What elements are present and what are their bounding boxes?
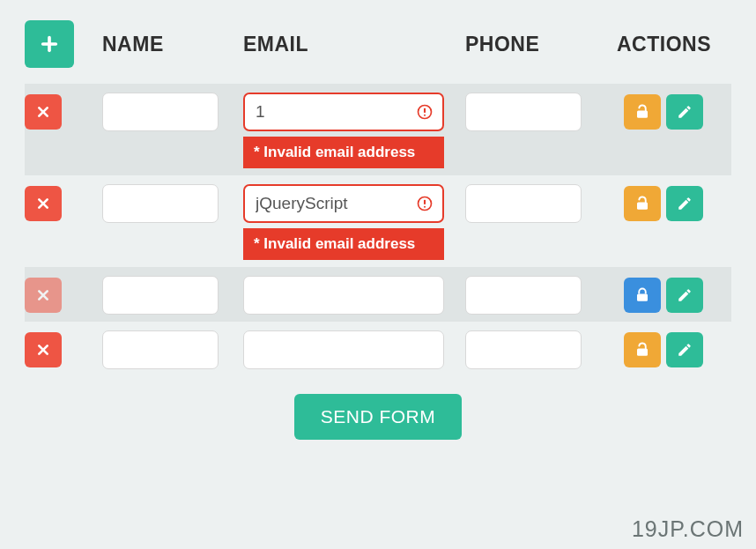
header-email: EMAIL (243, 33, 465, 56)
table-row (25, 267, 731, 322)
close-icon (36, 288, 50, 302)
name-input[interactable] (102, 93, 219, 131)
close-icon (36, 343, 50, 357)
watermark: 19JP.COM (632, 516, 744, 542)
table-row: * Invalid email address (25, 84, 731, 175)
unlock-icon (634, 196, 650, 211)
edit-icon (677, 196, 693, 211)
email-input[interactable] (243, 276, 444, 315)
phone-input[interactable] (465, 276, 582, 315)
close-icon (36, 197, 50, 211)
phone-input[interactable] (465, 330, 582, 369)
edit-row-button[interactable] (666, 186, 703, 221)
table-row: * Invalid email address (25, 175, 731, 267)
header-row: NAME EMAIL PHONE ACTIONS (25, 18, 731, 70)
error-message: * Invalid email address (243, 228, 444, 260)
edit-row-button[interactable] (666, 332, 703, 367)
error-message: * Invalid email address (243, 137, 444, 168)
name-input[interactable] (102, 330, 219, 369)
edit-row-button[interactable] (666, 278, 703, 313)
table-row (25, 322, 731, 376)
email-input[interactable] (243, 330, 444, 369)
unlock-icon (634, 342, 650, 358)
unlock-icon (634, 104, 650, 120)
unlock-button[interactable] (624, 186, 661, 221)
phone-input[interactable] (465, 184, 582, 223)
submit-row: SEND FORM (25, 394, 731, 440)
svg-rect-16 (637, 294, 648, 301)
lock-icon (634, 287, 650, 303)
edit-icon (677, 287, 693, 303)
delete-row-button[interactable] (25, 332, 62, 367)
add-row-button[interactable] (25, 20, 74, 68)
edit-row-button[interactable] (666, 94, 703, 130)
email-input[interactable] (243, 93, 444, 131)
name-input[interactable] (102, 184, 219, 223)
edit-icon (677, 342, 693, 358)
close-icon (36, 105, 50, 119)
send-form-button[interactable]: SEND FORM (294, 394, 463, 440)
svg-rect-19 (637, 349, 648, 356)
name-input[interactable] (102, 276, 219, 315)
plus-icon (40, 34, 59, 54)
delete-row-button[interactable] (25, 186, 62, 221)
lock-button[interactable] (624, 278, 661, 313)
header-name: NAME (102, 33, 243, 56)
svg-rect-7 (637, 111, 648, 118)
svg-rect-13 (637, 203, 648, 210)
header-actions: ACTIONS (617, 33, 731, 56)
delete-row-button[interactable] (25, 94, 62, 130)
unlock-button[interactable] (624, 94, 661, 130)
unlock-button[interactable] (624, 332, 661, 367)
header-phone: PHONE (465, 33, 617, 56)
phone-input[interactable] (465, 93, 582, 131)
edit-icon (677, 104, 693, 120)
delete-row-button[interactable] (25, 278, 62, 313)
email-input[interactable] (243, 184, 444, 223)
form-table: NAME EMAIL PHONE ACTIONS * Invalid email… (25, 18, 731, 440)
